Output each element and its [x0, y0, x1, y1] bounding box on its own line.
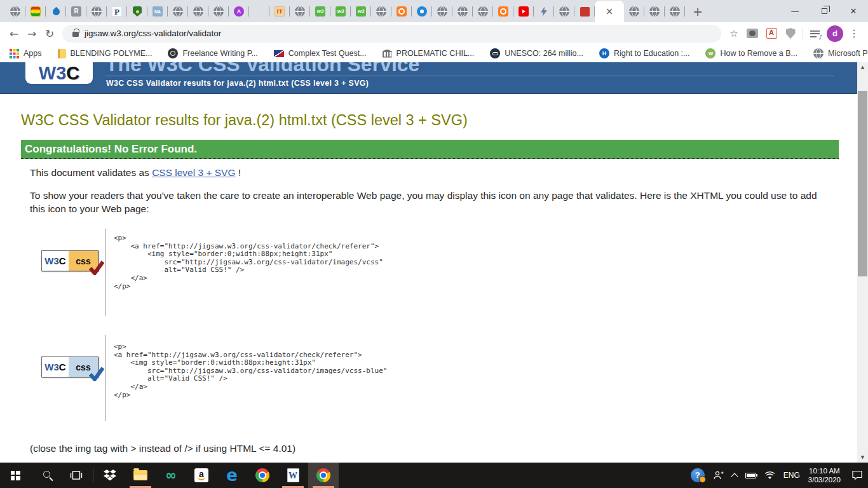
tab[interactable]: w3 [330, 1, 351, 22]
bookmark-item[interactable]: PROLEMATIC CHIL... [383, 49, 475, 58]
forward-button[interactable]: → [23, 25, 41, 43]
tab[interactable] [534, 1, 554, 22]
w3c-logo[interactable]: W3C [25, 62, 93, 84]
page-scrollbar[interactable]: ▲ ▼ [857, 62, 868, 463]
css-level-link[interactable]: CSS level 3 + SVG [152, 167, 235, 178]
scroll-up-arrow[interactable]: ▲ [857, 62, 868, 72]
tab[interactable]: w3 [351, 1, 371, 22]
tab[interactable]: w3 [310, 1, 330, 22]
wifi-icon[interactable] [764, 471, 775, 480]
scroll-down-arrow[interactable]: ▼ [857, 452, 868, 463]
tab[interactable] [412, 1, 432, 22]
page-viewport: W3C The W3C CSS Validation Service W3C C… [0, 62, 868, 463]
tab[interactable] [432, 1, 452, 22]
efl-favicon [31, 6, 41, 17]
bookmark-label: UNESCO: 264 millio... [505, 49, 583, 58]
taskbar-clock[interactable]: 10:10 AM 3/03/2020 [808, 466, 841, 484]
tab[interactable] [5, 1, 25, 22]
screen-capture-extension-button[interactable] [744, 25, 761, 42]
tab[interactable] [290, 1, 310, 22]
tab[interactable] [208, 1, 229, 22]
tab[interactable] [249, 1, 269, 22]
tab[interactable]: P [107, 1, 127, 22]
acrobat-extension-button[interactable]: A [763, 25, 780, 42]
taskbar-search-button[interactable] [31, 463, 61, 488]
tab[interactable] [25, 1, 46, 22]
action-center-icon[interactable] [851, 470, 863, 480]
badge-w3c-label: W3C [42, 357, 69, 377]
close-icon: ✕ [850, 6, 857, 16]
start-button[interactable] [0, 463, 31, 488]
tab[interactable] [513, 1, 534, 22]
checkmark-icon [88, 367, 104, 381]
w3s-favicon: w3 [336, 6, 346, 17]
hidden-icons-chevron[interactable] [731, 473, 738, 480]
tab[interactable] [493, 1, 513, 22]
task-view-button[interactable] [61, 463, 92, 488]
taskbar-chrome-button[interactable] [247, 463, 278, 488]
tab[interactable] [127, 1, 147, 22]
bookmark-item[interactable]: Right to Education :... [599, 48, 690, 58]
bookmark-item[interactable]: Microsoft PowerPoi... [813, 48, 868, 58]
bookmark-item[interactable]: Complex Test Quest... [274, 49, 367, 58]
tab[interactable] [188, 1, 208, 22]
w3s-favicon: w3 [356, 6, 366, 17]
taskbar-infinity-app-button[interactable]: ∞ [156, 463, 186, 488]
bookmark-item[interactable]: BLENDING POLYME... [58, 49, 153, 58]
tab[interactable]: R [66, 1, 86, 22]
lock-icon[interactable] [72, 32, 79, 37]
bookmark-label: Complex Test Quest... [288, 49, 367, 58]
language-indicator[interactable]: ENG [783, 471, 800, 480]
tab[interactable] [168, 1, 188, 22]
minimize-button[interactable]: — [780, 0, 810, 22]
tab[interactable]: A [229, 1, 249, 22]
people-icon[interactable] [713, 470, 724, 480]
tab-close-icon[interactable]: × [606, 7, 614, 17]
bookmark-star-button[interactable]: ☆ [725, 25, 743, 43]
close-window-button[interactable]: ✕ [839, 0, 868, 22]
tab[interactable] [473, 1, 493, 22]
globe-favicon [458, 6, 468, 17]
taskbar-word-button[interactable]: W [278, 463, 308, 488]
taskbar-amazon-button[interactable]: a [186, 463, 217, 488]
taskbar-chrome-active-button[interactable] [308, 463, 339, 488]
site-title[interactable]: The W3C CSS Validation Service [105, 62, 419, 76]
tab[interactable] [624, 1, 644, 22]
valid-css-badge-gold[interactable]: W3C css [41, 250, 98, 271]
bookmark-item[interactable]: UNESCO: 264 millio... [490, 48, 583, 58]
tab[interactable] [554, 1, 574, 22]
battery-icon[interactable] [745, 473, 756, 478]
tab[interactable] [644, 1, 665, 22]
bookmark-item[interactable]: Freelance Writing P... [168, 48, 257, 58]
tab[interactable] [574, 1, 595, 22]
taskbar-edge-button[interactable]: e [217, 463, 247, 488]
tab[interactable] [371, 1, 391, 22]
tab[interactable]: NA [147, 1, 168, 22]
gold-badge-section: W3C css <p> <a href="http://jigsaw.w3.or… [41, 229, 857, 316]
restore-button[interactable] [810, 0, 839, 22]
tab[interactable]: IT [269, 1, 290, 22]
valid-css-badge-blue[interactable]: W3C css [41, 356, 98, 377]
shield-extension-button[interactable] [782, 25, 799, 42]
back-button[interactable]: ← [5, 25, 23, 43]
help-notification-icon[interactable]: ? [691, 468, 705, 482]
profile-avatar[interactable]: d [827, 25, 843, 42]
scrollbar-thumb[interactable] [858, 91, 867, 276]
apps-shortcut[interactable]: Apps [9, 48, 42, 58]
taskbar-file-explorer-button[interactable] [125, 463, 156, 488]
bookmark-item[interactable]: How to Remove a B... [705, 48, 797, 58]
tab-active[interactable]: × [595, 1, 624, 22]
taskbar-dropbox-button[interactable] [95, 463, 125, 488]
tab[interactable] [86, 1, 107, 22]
tab[interactable] [665, 1, 685, 22]
browser-menu-button[interactable]: ⋮ [845, 25, 863, 43]
new-tab-button[interactable]: + [689, 3, 707, 20]
tab[interactable] [46, 1, 66, 22]
address-bar[interactable]: jigsaw.w3.org/css-validator/validator [62, 25, 721, 43]
reload-button[interactable]: ↻ [41, 25, 58, 43]
tab[interactable] [391, 1, 412, 22]
tab[interactable] [452, 1, 473, 22]
globe-favicon [295, 6, 305, 17]
url-text[interactable]: jigsaw.w3.org/css-validator/validator [85, 29, 221, 38]
playlist-button[interactable] [807, 25, 824, 42]
